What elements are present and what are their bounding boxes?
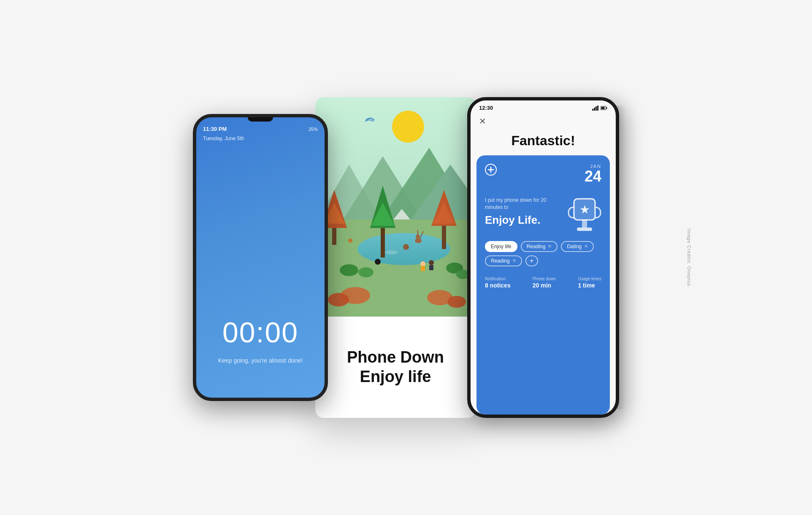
phone-app-screen: 12:30 xyxy=(467,97,619,418)
trophy-svg: ★ xyxy=(568,197,601,235)
phone1-battery: 25% xyxy=(309,127,318,132)
svg-point-32 xyxy=(415,238,422,243)
page-title: Fantastic! xyxy=(471,130,616,155)
stat-usage-label: Usage times xyxy=(578,276,601,281)
svg-rect-36 xyxy=(592,109,593,111)
svg-point-28 xyxy=(328,293,349,306)
phone-down-msg: I put my phone down for 20 minutes to xyxy=(485,197,563,211)
stat-phone-down-label: Phone down xyxy=(533,276,556,281)
tag-dating[interactable]: Dating ✕ xyxy=(561,241,594,252)
stat-usage-value: 1 time xyxy=(578,282,601,289)
tag-label: Enjoy life xyxy=(491,244,512,249)
phone1-notch xyxy=(248,117,273,122)
phone-frame-1: 11:30 PM 25% Tuesday, June 5th 00:00 Kee… xyxy=(193,114,328,401)
tag-reading-2[interactable]: Reading ✕ xyxy=(485,255,522,266)
image-credits: Image Credits: Oneplus xyxy=(687,228,692,287)
nature-svg xyxy=(315,97,476,317)
svg-rect-21 xyxy=(429,265,433,270)
stat-phone-down: Phone down 20 min xyxy=(533,276,556,289)
battery-icon xyxy=(601,106,607,111)
svg-point-30 xyxy=(447,296,466,308)
svg-point-18 xyxy=(420,261,425,266)
svg-point-34 xyxy=(348,239,352,243)
stats-section: Notification 8 notices Phone down 20 min… xyxy=(485,276,601,289)
achievement-card: JAN 24 I put my phone down for 20 minute… xyxy=(476,155,610,415)
nature-illustration xyxy=(315,97,476,317)
svg-rect-41 xyxy=(606,107,607,109)
nature-text-section: Phone Down Enjoy life xyxy=(315,317,476,418)
phone3-time: 12:30 xyxy=(479,105,493,111)
phone1-clock: 00:00 xyxy=(222,316,298,349)
enjoy-life-text: Enjoy Life. xyxy=(485,214,563,227)
tag-remove-icon[interactable]: ✕ xyxy=(548,244,552,249)
tag-reading-1[interactable]: Reading ✕ xyxy=(521,241,558,252)
card-body: I put my phone down for 20 minutes to En… xyxy=(485,197,601,235)
phone1-screen: 11:30 PM 25% Tuesday, June 5th 00:00 Kee… xyxy=(196,117,325,398)
stat-notification-label: Notification xyxy=(485,276,511,281)
phone1-date: Tuesday, June 5th xyxy=(203,136,244,141)
svg-rect-11 xyxy=(381,224,385,258)
phone-frame-3: 12:30 xyxy=(467,97,619,418)
phone3-shadow xyxy=(617,106,625,409)
svg-point-24 xyxy=(358,267,374,277)
tag-add-button[interactable]: + xyxy=(525,255,538,266)
phone1-time: 11:30 PM xyxy=(203,126,227,132)
phone3-screen: 12:30 xyxy=(471,100,616,415)
svg-rect-39 xyxy=(597,106,598,111)
date-badge: JAN 24 xyxy=(585,164,601,184)
oneplus-logo xyxy=(485,164,497,178)
phone3-status-bar: 12:30 xyxy=(471,100,616,113)
card-header: JAN 24 xyxy=(485,164,601,184)
phone3-icons xyxy=(592,106,607,111)
tags-section: Enjoy life Reading ✕ Dating ✕ Reading xyxy=(485,241,601,266)
svg-point-17 xyxy=(403,244,409,250)
tag-remove-icon[interactable]: ✕ xyxy=(512,258,516,263)
phone-lockscreen: 11:30 PM 25% Tuesday, June 5th 00:00 Kee… xyxy=(193,114,328,401)
svg-rect-38 xyxy=(595,106,597,111)
phone-down-title: Phone Down Enjoy life xyxy=(347,348,444,386)
svg-text:★: ★ xyxy=(579,203,590,216)
svg-rect-48 xyxy=(582,220,587,228)
card-text: I put my phone down for 20 minutes to En… xyxy=(485,197,563,235)
svg-point-22 xyxy=(375,259,381,265)
phone1-status-bar: 11:30 PM 25% xyxy=(203,126,318,132)
stat-notification: Notification 8 notices xyxy=(485,276,511,289)
svg-point-7 xyxy=(357,233,450,265)
svg-point-1 xyxy=(392,111,424,143)
main-scene: 11:30 PM 25% Tuesday, June 5th 00:00 Kee… xyxy=(111,46,701,469)
middle-nature-card: Phone Down Enjoy life xyxy=(315,97,476,418)
svg-rect-37 xyxy=(594,108,595,111)
tag-label: Reading xyxy=(491,258,510,264)
svg-point-33 xyxy=(416,234,420,239)
close-button[interactable]: ✕ xyxy=(471,113,616,130)
svg-rect-19 xyxy=(421,266,425,271)
phone1-subtitle: Keep going, you're almost done! xyxy=(218,357,303,364)
svg-rect-49 xyxy=(577,228,592,231)
tag-label: Reading xyxy=(527,244,546,249)
stat-usage: Usage times 1 time xyxy=(578,276,601,289)
trophy-icon: ★ xyxy=(568,197,601,230)
date-day: 24 xyxy=(585,169,601,184)
tag-label: Dating xyxy=(567,244,582,249)
svg-rect-42 xyxy=(601,107,605,109)
stat-notification-value: 8 notices xyxy=(485,282,511,289)
svg-point-23 xyxy=(340,264,358,276)
oneplus-logo-icon xyxy=(485,164,497,176)
signal-icon xyxy=(592,106,599,111)
tag-remove-icon[interactable]: ✕ xyxy=(584,244,588,249)
svg-point-20 xyxy=(429,260,434,265)
stat-phone-down-value: 20 min xyxy=(533,282,556,289)
tag-enjoy-life[interactable]: Enjoy life xyxy=(485,241,517,252)
svg-point-35 xyxy=(385,250,398,255)
